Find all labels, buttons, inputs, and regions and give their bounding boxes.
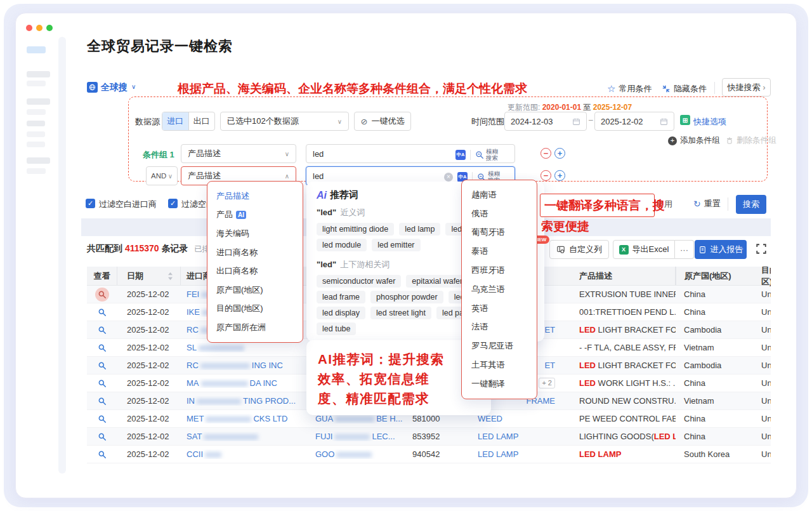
- language-option[interactable]: 一键翻译: [462, 375, 537, 394]
- export-excel-button[interactable]: X 导出Excel: [613, 240, 675, 259]
- company-name[interactable]: GUABE H...: [315, 414, 402, 423]
- tab-export[interactable]: 出口: [188, 112, 215, 130]
- close-window-icon[interactable]: [26, 25, 32, 31]
- language-option[interactable]: 英语: [462, 299, 537, 318]
- date-from-input[interactable]: 2024-12-03: [504, 112, 587, 131]
- suggestion-tag[interactable]: led emitter: [372, 239, 420, 251]
- chevron-down-icon[interactable]: ∨: [131, 83, 136, 90]
- language-option[interactable]: 西班牙语: [462, 261, 537, 280]
- language-option[interactable]: 泰语: [462, 242, 537, 261]
- language-option[interactable]: 罗马尼亚语: [462, 336, 537, 355]
- scope-selector[interactable]: 全球搜: [101, 82, 128, 93]
- language-option[interactable]: 土耳其语: [462, 355, 537, 375]
- sidebar-item[interactable]: [27, 121, 45, 126]
- suggestion-tag[interactable]: led module: [317, 239, 367, 251]
- field-option[interactable]: 进口商名称: [207, 243, 303, 262]
- minimize-window-icon[interactable]: [36, 25, 43, 31]
- view-details-icon[interactable]: [95, 323, 109, 337]
- suggestion-tag[interactable]: phosphor powder: [370, 291, 443, 303]
- company-name[interactable]: INTING PROD...: [187, 396, 296, 406]
- table-row[interactable]: 2025-12-02CCIIGOO940542LED LAMPLED LAMPS…: [87, 446, 771, 463]
- sidebar-item[interactable]: [27, 98, 50, 105]
- language-option[interactable]: 葡萄牙语: [462, 223, 537, 242]
- view-details-icon[interactable]: [95, 412, 109, 426]
- quick-options-link[interactable]: 快捷选项: [693, 116, 726, 128]
- enter-report-button[interactable]: 进入报告: [695, 240, 747, 259]
- tab-import[interactable]: 进口: [162, 112, 188, 130]
- fullscreen-icon[interactable]: [756, 243, 767, 255]
- suggestion-tag[interactable]: led tube: [317, 322, 356, 335]
- favorite-conditions-button[interactable]: ☆ 常用条件: [607, 83, 652, 95]
- view-details-icon[interactable]: [95, 394, 109, 408]
- search-button[interactable]: 搜索: [736, 195, 766, 214]
- remove-condition-icon[interactable]: −: [540, 148, 551, 159]
- suggestion-tag[interactable]: light emitting diode: [317, 223, 394, 236]
- customize-columns-button[interactable]: 自定义列: [549, 240, 609, 259]
- suggestion-tag[interactable]: led lamp: [399, 223, 440, 236]
- company-name[interactable]: GOO: [315, 449, 374, 459]
- view-details-icon[interactable]: [95, 359, 109, 373]
- translate-icon[interactable]: 中A: [455, 150, 466, 160]
- field-option[interactable]: 原产国所在洲: [207, 318, 303, 337]
- add-condition-icon[interactable]: +: [554, 148, 565, 159]
- more-export-options-button[interactable]: ···: [675, 240, 694, 259]
- clear-input-icon[interactable]: ×: [444, 173, 453, 182]
- remove-condition-icon[interactable]: −: [540, 170, 551, 181]
- language-option[interactable]: 越南语: [462, 185, 537, 204]
- fuzzy-search-toggle[interactable]: 模糊搜索: [475, 149, 498, 161]
- language-option[interactable]: 俄语: [462, 204, 537, 223]
- keyword-link[interactable]: ET: [544, 325, 555, 335]
- language-option[interactable]: 法语: [462, 318, 537, 337]
- keyword-link[interactable]: LED LAMP: [478, 449, 518, 459]
- checkbox-filter-importer[interactable]: ✓: [86, 199, 95, 208]
- suggestion-tag[interactable]: led street light: [370, 307, 431, 319]
- reset-button[interactable]: ↻ 重置: [693, 198, 721, 209]
- suggestion-tag[interactable]: epitaxial wafer: [406, 275, 468, 288]
- field-option[interactable]: 出口商名称: [207, 262, 303, 281]
- remove-group-button[interactable]: 删除条件组: [726, 135, 776, 146]
- sidebar-item[interactable]: [27, 168, 46, 174]
- sidebar-item[interactable]: [27, 71, 50, 77]
- view-details-icon[interactable]: [95, 341, 109, 355]
- sort-icon[interactable]: [167, 272, 173, 281]
- view-details-icon[interactable]: [95, 448, 109, 461]
- view-details-icon[interactable]: [95, 288, 109, 302]
- logic-operator-select[interactable]: AND ∨: [146, 166, 178, 185]
- field-select-row1[interactable]: 产品描述 ∨: [181, 144, 296, 163]
- sidebar-item[interactable]: [27, 157, 50, 164]
- sidebar-item[interactable]: [27, 109, 46, 115]
- view-details-icon[interactable]: [95, 305, 109, 319]
- company-name[interactable]: SL: [187, 343, 246, 352]
- company-name[interactable]: MADA INC: [187, 378, 277, 388]
- company-name[interactable]: FUJILEC...: [315, 432, 395, 441]
- maximize-window-icon[interactable]: [46, 25, 53, 31]
- language-option[interactable]: 乌克兰语: [462, 280, 537, 299]
- keyword-link[interactable]: ET: [544, 361, 555, 370]
- checkbox-filter-exporter[interactable]: ✓: [168, 199, 178, 208]
- datasource-select[interactable]: 已选中102个数据源 ∨: [220, 112, 349, 131]
- suggestion-tag[interactable]: semiconductor wafer: [317, 275, 401, 288]
- sidebar-item-active[interactable]: [27, 46, 46, 53]
- add-condition-icon[interactable]: +: [554, 170, 565, 181]
- date-to-input[interactable]: 2025-12-02: [594, 112, 674, 131]
- field-option[interactable]: 目的国(地区): [207, 300, 303, 319]
- field-option[interactable]: 产品AI: [207, 206, 303, 225]
- optimize-button[interactable]: ⊘ 一键优选: [354, 112, 411, 131]
- company-name[interactable]: METCKS LTD: [187, 414, 287, 423]
- keyword-link[interactable]: WEED: [478, 414, 502, 423]
- company-name[interactable]: CCII: [187, 449, 223, 459]
- field-option[interactable]: 海关编码: [207, 224, 303, 243]
- keyword-link[interactable]: LED LAMP: [478, 432, 518, 441]
- sidebar-item[interactable]: [27, 131, 45, 137]
- company-name[interactable]: SAT: [187, 432, 260, 441]
- view-details-icon[interactable]: [95, 376, 109, 390]
- field-option[interactable]: 产品描述: [207, 187, 303, 206]
- table-row[interactable]: 2025-12-02SATFUJILEC...853952LED LAMPLIG…: [87, 428, 771, 446]
- suggestion-tag[interactable]: led display: [317, 307, 365, 319]
- suggestion-tag[interactable]: lead frame: [317, 291, 365, 303]
- sidebar-item[interactable]: [27, 81, 46, 86]
- sidebar-item[interactable]: [27, 142, 45, 147]
- hide-conditions-button[interactable]: 隐藏条件: [662, 83, 707, 95]
- field-option[interactable]: 原产国(地区): [207, 281, 303, 300]
- company-name[interactable]: RCING INC: [187, 361, 283, 370]
